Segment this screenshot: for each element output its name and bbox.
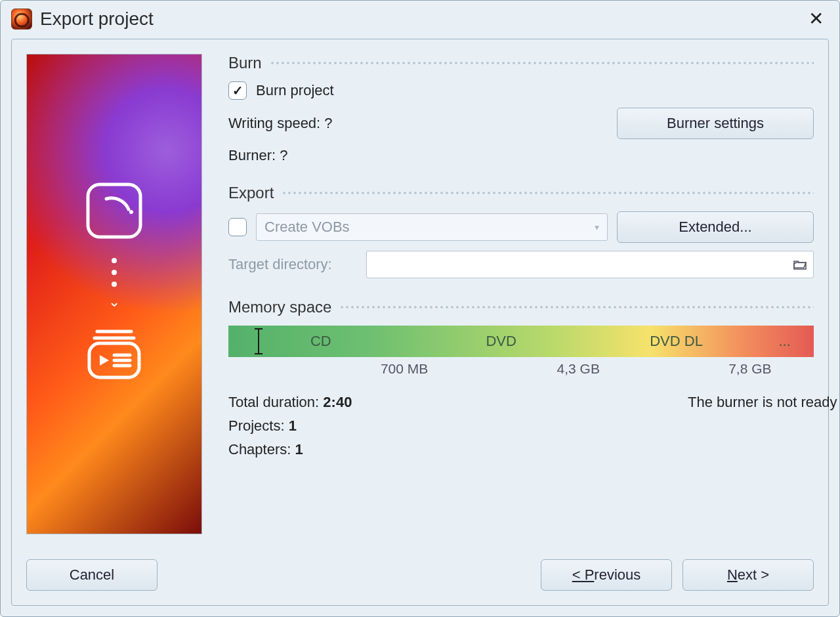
mem-seg-dvddl: DVD DL bbox=[650, 333, 703, 350]
close-icon[interactable]: ✕ bbox=[803, 7, 829, 31]
mem-seg-more: ... bbox=[778, 333, 790, 350]
projects-value: 1 bbox=[289, 417, 297, 434]
rule bbox=[282, 192, 814, 194]
burn-project-checkbox[interactable] bbox=[228, 81, 247, 100]
caret-down-icon: ▾ bbox=[595, 222, 599, 232]
total-duration-label: Total duration: bbox=[228, 394, 319, 410]
previous-button[interactable]: < Previous bbox=[541, 559, 672, 591]
dots-icon bbox=[27, 258, 201, 287]
export-project-dialog: Export project ✕ ⌄ bbox=[0, 0, 840, 617]
total-duration-value: 2:40 bbox=[323, 394, 352, 410]
folder-open-icon[interactable] bbox=[792, 257, 808, 272]
rule bbox=[339, 306, 814, 308]
footer: Cancel < Previous Next > bbox=[26, 559, 814, 591]
export-enable-checkbox[interactable] bbox=[228, 218, 247, 236]
mem-seg-cd: CD bbox=[310, 333, 331, 350]
rule bbox=[270, 62, 814, 64]
writing-speed-value: ? bbox=[324, 115, 332, 132]
svg-point-1 bbox=[129, 210, 133, 214]
burner-label: Burner: bbox=[228, 147, 276, 164]
extended-button[interactable]: Extended... bbox=[617, 211, 814, 243]
titlebar: Export project ✕ bbox=[1, 1, 839, 35]
menu-stack-icon bbox=[81, 320, 147, 385]
section-export-heading: Export bbox=[228, 184, 814, 202]
mem-size-cd: 700 MB bbox=[381, 361, 428, 377]
section-memory-heading: Memory space bbox=[228, 298, 814, 316]
burn-project-label: Burn project bbox=[256, 82, 334, 99]
export-format-value: Create VOBs bbox=[264, 219, 350, 236]
cancel-button[interactable]: Cancel bbox=[26, 559, 158, 591]
writing-speed-label: Writing speed: bbox=[228, 115, 320, 132]
dialog-body: ⌄ Burn bbox=[11, 39, 829, 606]
mem-seg-dvd: DVD bbox=[486, 333, 516, 350]
export-format-select[interactable]: Create VOBs ▾ bbox=[256, 213, 608, 241]
chevron-down-icon: ⌄ bbox=[27, 293, 201, 310]
burner-status-message: The burner is not ready or no writeable … bbox=[688, 394, 840, 411]
target-directory-label: Target directory: bbox=[228, 256, 366, 273]
projects-label: Projects: bbox=[228, 417, 285, 434]
section-export-title: Export bbox=[228, 184, 274, 202]
chapters-value: 1 bbox=[295, 441, 303, 457]
extended-button-label: Extended... bbox=[679, 219, 751, 235]
memory-bar: CD DVD DVD DL ... bbox=[228, 326, 814, 357]
sidebar-illustration: ⌄ bbox=[26, 54, 202, 534]
next-button[interactable]: Next > bbox=[682, 559, 814, 591]
mem-size-dvd: 4,3 GB bbox=[557, 361, 600, 377]
main-panel: Burn Burn project Writing speed: ? Burne… bbox=[202, 54, 814, 538]
section-burn-title: Burn bbox=[228, 54, 262, 72]
chapters-label: Chapters: bbox=[228, 441, 291, 457]
section-burn-heading: Burn bbox=[228, 54, 814, 72]
dialog-title: Export project bbox=[40, 9, 154, 30]
app-icon bbox=[11, 9, 32, 30]
target-directory-input[interactable] bbox=[366, 251, 814, 278]
mem-size-dvddl: 7,8 GB bbox=[728, 361, 771, 377]
section-memory-title: Memory space bbox=[228, 298, 331, 316]
burner-value: ? bbox=[280, 147, 287, 164]
disc-icon bbox=[83, 179, 146, 242]
burner-settings-button[interactable]: Burner settings bbox=[617, 108, 814, 139]
